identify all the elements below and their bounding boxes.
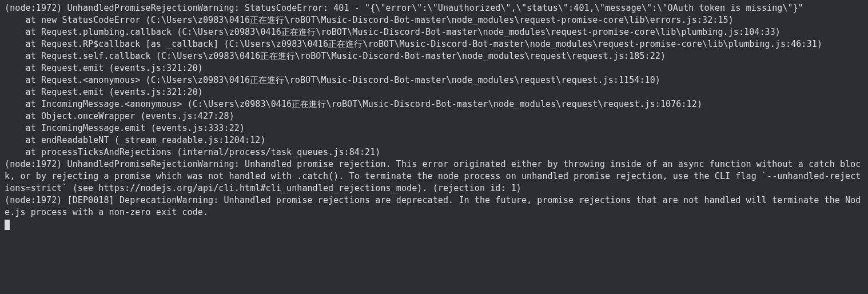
terminal-line: at IncomingMessage.<anonymous> (C:\Users… — [5, 99, 702, 109]
terminal-line: (node:1972) [DEP0018] DeprecationWarning… — [5, 195, 861, 217]
terminal-line: at Request.RP$callback [as _callback] (C… — [5, 39, 822, 49]
terminal-line: at new StatusCodeError (C:\Users\z0983\0… — [5, 15, 734, 25]
terminal-line: at endReadableNT (_stream_readable.js:12… — [5, 135, 266, 145]
terminal-line: at processTicksAndRejections (internal/p… — [5, 147, 380, 157]
terminal-cursor — [5, 220, 10, 230]
terminal-line: at Request.plumbing.callback (C:\Users\z… — [5, 27, 781, 37]
terminal-line: at Request.<anonymous> (C:\Users\z0983\0… — [5, 75, 660, 85]
terminal-output[interactable]: (node:1972) UnhandledPromiseRejectionWar… — [0, 0, 868, 294]
terminal-line: at Request.emit (events.js:321:20) — [5, 87, 203, 97]
terminal-line: (node:1972) UnhandledPromiseRejectionWar… — [5, 159, 861, 193]
terminal-line: (node:1972) UnhandledPromiseRejectionWar… — [5, 3, 803, 13]
terminal-line: at Object.onceWrapper (events.js:427:28) — [5, 111, 234, 121]
terminal-line: at IncomingMessage.emit (events.js:333:2… — [5, 123, 245, 133]
terminal-line: at Request.self.callback (C:\Users\z0983… — [5, 51, 666, 61]
terminal-line: at Request.emit (events.js:321:20) — [5, 63, 203, 73]
